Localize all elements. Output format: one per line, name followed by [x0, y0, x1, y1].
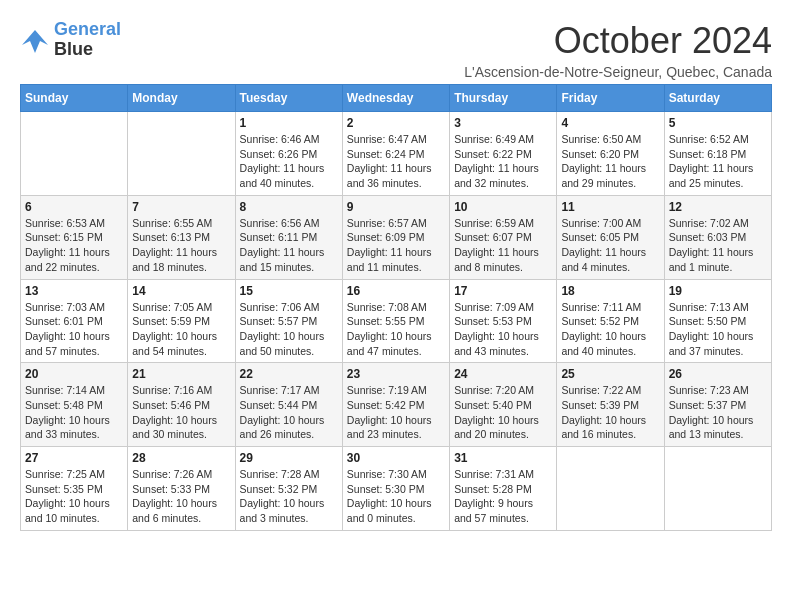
calendar-cell [21, 112, 128, 196]
day-detail: Sunrise: 7:22 AM Sunset: 5:39 PM Dayligh… [561, 383, 659, 442]
calendar-cell: 29Sunrise: 7:28 AM Sunset: 5:32 PM Dayli… [235, 447, 342, 531]
day-number: 9 [347, 200, 445, 214]
calendar-cell: 25Sunrise: 7:22 AM Sunset: 5:39 PM Dayli… [557, 363, 664, 447]
weekday-header-tuesday: Tuesday [235, 85, 342, 112]
day-number: 11 [561, 200, 659, 214]
calendar-cell: 2Sunrise: 6:47 AM Sunset: 6:24 PM Daylig… [342, 112, 449, 196]
day-detail: Sunrise: 7:23 AM Sunset: 5:37 PM Dayligh… [669, 383, 767, 442]
day-number: 27 [25, 451, 123, 465]
day-detail: Sunrise: 7:00 AM Sunset: 6:05 PM Dayligh… [561, 216, 659, 275]
calendar-cell: 31Sunrise: 7:31 AM Sunset: 5:28 PM Dayli… [450, 447, 557, 531]
day-detail: Sunrise: 7:26 AM Sunset: 5:33 PM Dayligh… [132, 467, 230, 526]
calendar-cell: 1Sunrise: 6:46 AM Sunset: 6:26 PM Daylig… [235, 112, 342, 196]
day-detail: Sunrise: 7:17 AM Sunset: 5:44 PM Dayligh… [240, 383, 338, 442]
day-detail: Sunrise: 7:20 AM Sunset: 5:40 PM Dayligh… [454, 383, 552, 442]
day-number: 4 [561, 116, 659, 130]
calendar-cell: 18Sunrise: 7:11 AM Sunset: 5:52 PM Dayli… [557, 279, 664, 363]
calendar-week-3: 13Sunrise: 7:03 AM Sunset: 6:01 PM Dayli… [21, 279, 772, 363]
calendar-cell: 21Sunrise: 7:16 AM Sunset: 5:46 PM Dayli… [128, 363, 235, 447]
day-number: 18 [561, 284, 659, 298]
day-detail: Sunrise: 7:19 AM Sunset: 5:42 PM Dayligh… [347, 383, 445, 442]
weekday-row: SundayMondayTuesdayWednesdayThursdayFrid… [21, 85, 772, 112]
calendar-cell: 4Sunrise: 6:50 AM Sunset: 6:20 PM Daylig… [557, 112, 664, 196]
day-number: 31 [454, 451, 552, 465]
day-number: 28 [132, 451, 230, 465]
calendar-cell: 12Sunrise: 7:02 AM Sunset: 6:03 PM Dayli… [664, 195, 771, 279]
day-detail: Sunrise: 6:53 AM Sunset: 6:15 PM Dayligh… [25, 216, 123, 275]
calendar-body: 1Sunrise: 6:46 AM Sunset: 6:26 PM Daylig… [21, 112, 772, 531]
location: L'Ascension-de-Notre-Seigneur, Quebec, C… [464, 64, 772, 80]
logo: General Blue [20, 20, 121, 60]
day-detail: Sunrise: 6:55 AM Sunset: 6:13 PM Dayligh… [132, 216, 230, 275]
calendar-cell: 20Sunrise: 7:14 AM Sunset: 5:48 PM Dayli… [21, 363, 128, 447]
calendar-cell [128, 112, 235, 196]
calendar-week-5: 27Sunrise: 7:25 AM Sunset: 5:35 PM Dayli… [21, 447, 772, 531]
day-detail: Sunrise: 7:05 AM Sunset: 5:59 PM Dayligh… [132, 300, 230, 359]
calendar-cell: 8Sunrise: 6:56 AM Sunset: 6:11 PM Daylig… [235, 195, 342, 279]
day-number: 29 [240, 451, 338, 465]
day-detail: Sunrise: 6:57 AM Sunset: 6:09 PM Dayligh… [347, 216, 445, 275]
calendar-week-1: 1Sunrise: 6:46 AM Sunset: 6:26 PM Daylig… [21, 112, 772, 196]
day-number: 16 [347, 284, 445, 298]
day-number: 5 [669, 116, 767, 130]
day-number: 22 [240, 367, 338, 381]
day-detail: Sunrise: 7:25 AM Sunset: 5:35 PM Dayligh… [25, 467, 123, 526]
day-detail: Sunrise: 6:52 AM Sunset: 6:18 PM Dayligh… [669, 132, 767, 191]
day-number: 19 [669, 284, 767, 298]
calendar-cell: 27Sunrise: 7:25 AM Sunset: 5:35 PM Dayli… [21, 447, 128, 531]
weekday-header-wednesday: Wednesday [342, 85, 449, 112]
day-detail: Sunrise: 7:09 AM Sunset: 5:53 PM Dayligh… [454, 300, 552, 359]
month-title: October 2024 [464, 20, 772, 62]
calendar-table: SundayMondayTuesdayWednesdayThursdayFrid… [20, 84, 772, 531]
logo-text: General Blue [54, 20, 121, 60]
day-number: 10 [454, 200, 552, 214]
day-number: 24 [454, 367, 552, 381]
calendar-cell: 3Sunrise: 6:49 AM Sunset: 6:22 PM Daylig… [450, 112, 557, 196]
calendar-cell [664, 447, 771, 531]
day-number: 8 [240, 200, 338, 214]
weekday-header-friday: Friday [557, 85, 664, 112]
day-detail: Sunrise: 7:30 AM Sunset: 5:30 PM Dayligh… [347, 467, 445, 526]
day-detail: Sunrise: 7:16 AM Sunset: 5:46 PM Dayligh… [132, 383, 230, 442]
calendar-cell: 17Sunrise: 7:09 AM Sunset: 5:53 PM Dayli… [450, 279, 557, 363]
day-number: 7 [132, 200, 230, 214]
svg-marker-0 [22, 30, 48, 53]
calendar-cell [557, 447, 664, 531]
calendar-cell: 28Sunrise: 7:26 AM Sunset: 5:33 PM Dayli… [128, 447, 235, 531]
calendar-cell: 19Sunrise: 7:13 AM Sunset: 5:50 PM Dayli… [664, 279, 771, 363]
day-detail: Sunrise: 7:03 AM Sunset: 6:01 PM Dayligh… [25, 300, 123, 359]
calendar-cell: 26Sunrise: 7:23 AM Sunset: 5:37 PM Dayli… [664, 363, 771, 447]
day-number: 21 [132, 367, 230, 381]
weekday-header-monday: Monday [128, 85, 235, 112]
day-detail: Sunrise: 7:13 AM Sunset: 5:50 PM Dayligh… [669, 300, 767, 359]
calendar-cell: 5Sunrise: 6:52 AM Sunset: 6:18 PM Daylig… [664, 112, 771, 196]
calendar-week-4: 20Sunrise: 7:14 AM Sunset: 5:48 PM Dayli… [21, 363, 772, 447]
day-number: 30 [347, 451, 445, 465]
calendar-cell: 22Sunrise: 7:17 AM Sunset: 5:44 PM Dayli… [235, 363, 342, 447]
calendar-cell: 11Sunrise: 7:00 AM Sunset: 6:05 PM Dayli… [557, 195, 664, 279]
calendar-cell: 30Sunrise: 7:30 AM Sunset: 5:30 PM Dayli… [342, 447, 449, 531]
day-detail: Sunrise: 6:46 AM Sunset: 6:26 PM Dayligh… [240, 132, 338, 191]
page-header: General Blue October 2024 L'Ascension-de… [20, 20, 772, 80]
weekday-header-saturday: Saturday [664, 85, 771, 112]
weekday-header-sunday: Sunday [21, 85, 128, 112]
day-number: 1 [240, 116, 338, 130]
day-number: 3 [454, 116, 552, 130]
calendar-cell: 6Sunrise: 6:53 AM Sunset: 6:15 PM Daylig… [21, 195, 128, 279]
calendar-cell: 14Sunrise: 7:05 AM Sunset: 5:59 PM Dayli… [128, 279, 235, 363]
day-number: 12 [669, 200, 767, 214]
day-number: 15 [240, 284, 338, 298]
day-detail: Sunrise: 7:14 AM Sunset: 5:48 PM Dayligh… [25, 383, 123, 442]
calendar-cell: 9Sunrise: 6:57 AM Sunset: 6:09 PM Daylig… [342, 195, 449, 279]
day-detail: Sunrise: 7:31 AM Sunset: 5:28 PM Dayligh… [454, 467, 552, 526]
day-number: 23 [347, 367, 445, 381]
day-detail: Sunrise: 6:56 AM Sunset: 6:11 PM Dayligh… [240, 216, 338, 275]
day-number: 6 [25, 200, 123, 214]
day-detail: Sunrise: 7:28 AM Sunset: 5:32 PM Dayligh… [240, 467, 338, 526]
weekday-header-thursday: Thursday [450, 85, 557, 112]
calendar-cell: 16Sunrise: 7:08 AM Sunset: 5:55 PM Dayli… [342, 279, 449, 363]
day-detail: Sunrise: 6:49 AM Sunset: 6:22 PM Dayligh… [454, 132, 552, 191]
calendar-week-2: 6Sunrise: 6:53 AM Sunset: 6:15 PM Daylig… [21, 195, 772, 279]
day-number: 25 [561, 367, 659, 381]
calendar-cell: 23Sunrise: 7:19 AM Sunset: 5:42 PM Dayli… [342, 363, 449, 447]
